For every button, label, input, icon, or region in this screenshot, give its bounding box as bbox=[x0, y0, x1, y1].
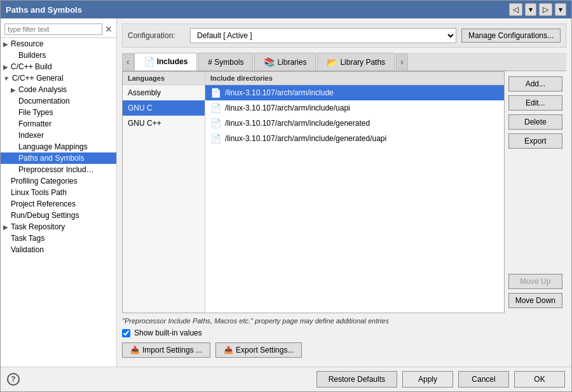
nav-dropdown-btn[interactable]: ▾ bbox=[525, 3, 536, 16]
sidebar-label-run-debug-settings: Run/Debug Settings bbox=[11, 211, 79, 220]
action-buttons: Add... Edit... Delete Export Move Up Mov… bbox=[505, 71, 566, 313]
dir-item-dir2[interactable]: 📄/linux-3.10.107/arch/arm/include/uapi bbox=[205, 100, 504, 116]
move-down-btn[interactable]: Move Down bbox=[508, 293, 562, 308]
bottom-buttons-row: 📥 Import Settings ... 📤 Export Settings.… bbox=[122, 339, 566, 362]
titlebar-nav: ◁ ▾ ▷ ▾ bbox=[509, 3, 566, 16]
tab-icon-libraries: 📚 bbox=[264, 57, 275, 67]
sidebar-label-indexer: Indexer bbox=[18, 131, 44, 140]
filter-input[interactable] bbox=[4, 24, 102, 35]
import-icon: 📥 bbox=[130, 346, 140, 355]
restore-defaults-btn[interactable]: Restore Defaults bbox=[317, 371, 397, 388]
sidebar-item-validation[interactable]: Validation bbox=[1, 244, 116, 255]
sidebar-label-validation: Validation bbox=[11, 245, 44, 254]
languages-header: Languages bbox=[123, 72, 205, 85]
sidebar: ✕ ▶ResourceBuilders▶C/C++ Build▼C/C++ Ge… bbox=[1, 18, 117, 367]
nav-forward-btn[interactable]: ▷ bbox=[539, 3, 552, 16]
sidebar-label-formatter: Formatter bbox=[18, 119, 51, 128]
dir-label-dir4: /linux-3.10.107/arch/arm/include/generat… bbox=[225, 134, 386, 143]
import-label: Import Settings ... bbox=[142, 346, 202, 355]
sidebar-label-documentation: Documentation bbox=[18, 97, 70, 105]
manage-configurations-btn[interactable]: Manage Configurations... bbox=[461, 29, 561, 43]
sidebar-label-paths-and-symbols: Paths and Symbols bbox=[18, 154, 84, 163]
sidebar-item-cpp-general[interactable]: ▼C/C++ General bbox=[1, 72, 116, 84]
sidebar-item-cpp-build[interactable]: ▶C/C++ Build bbox=[1, 61, 116, 72]
sidebar-label-cpp-general: C/C++ General bbox=[12, 74, 64, 83]
help-icon[interactable]: ? bbox=[7, 373, 20, 386]
expand-icon-cpp-build: ▶ bbox=[3, 64, 8, 71]
export-icon: 📤 bbox=[224, 346, 233, 355]
sidebar-item-paths-and-symbols[interactable]: Paths and Symbols bbox=[1, 152, 116, 164]
tab-label-includes: Includes bbox=[157, 57, 188, 66]
sidebar-item-language-mappings[interactable]: Language Mappings bbox=[1, 141, 116, 152]
sidebar-item-profiling-categories[interactable]: Profiling Categories bbox=[1, 175, 116, 187]
tab-includes[interactable]: 📄Includes bbox=[134, 53, 198, 71]
expand-icon-task-repository: ▶ bbox=[3, 224, 8, 231]
dir-item-dir1[interactable]: 📄/linux-3.10.107/arch/arm/include bbox=[205, 85, 504, 100]
tab-icon-library-paths: 📂 bbox=[327, 57, 337, 67]
nav-dropdown2-btn[interactable]: ▾ bbox=[555, 3, 566, 16]
ok-btn[interactable]: OK bbox=[514, 371, 565, 388]
directories-panel: Include directories 📄/linux-3.10.107/arc… bbox=[205, 72, 504, 313]
lang-item-gnu-c[interactable]: GNU C bbox=[123, 100, 205, 116]
edit-btn[interactable]: Edit... bbox=[508, 95, 562, 111]
filter-box: ✕ bbox=[1, 21, 116, 38]
sidebar-item-file-types[interactable]: File Types bbox=[1, 107, 116, 118]
tab-libraries[interactable]: 📚Libraries bbox=[254, 53, 316, 71]
delete-btn[interactable]: Delete bbox=[508, 114, 562, 130]
dir-label-dir1: /linux-3.10.107/arch/arm/include bbox=[225, 88, 334, 97]
sidebar-item-preprocessor-include[interactable]: Preprocessor Includ… bbox=[1, 164, 116, 175]
sidebar-label-preprocessor-include: Preprocessor Includ… bbox=[18, 165, 94, 174]
show-builtin-row: Show built-in values bbox=[122, 327, 566, 339]
sidebar-item-task-repository[interactable]: ▶Task Repository bbox=[1, 221, 116, 233]
sidebar-label-task-repository: Task Repository bbox=[11, 222, 65, 231]
sidebar-item-project-references[interactable]: Project References bbox=[1, 198, 116, 210]
sidebar-label-file-types: File Types bbox=[18, 108, 53, 117]
tabs-row: ‹ 📄Includes# Symbols📚Libraries📂Library P… bbox=[122, 53, 566, 71]
dir-icon-dir4: 📄 bbox=[210, 133, 221, 144]
filter-clear-icon[interactable]: ✕ bbox=[105, 24, 112, 34]
tab-symbols[interactable]: # Symbols bbox=[198, 53, 253, 71]
dialog: Paths and Symbols ◁ ▾ ▷ ▾ ✕ ▶ResourceBui… bbox=[0, 0, 572, 392]
sidebar-item-resource[interactable]: ▶Resource bbox=[1, 38, 116, 50]
config-select[interactable]: Default [ Active ] bbox=[190, 28, 456, 43]
sidebar-item-builders[interactable]: Builders bbox=[1, 50, 116, 61]
dir-item-dir4[interactable]: 📄/linux-3.10.107/arch/arm/include/genera… bbox=[205, 131, 504, 146]
export-btn[interactable]: Export bbox=[508, 133, 562, 149]
sidebar-label-cpp-build: C/C++ Build bbox=[11, 62, 52, 71]
tab-prev-btn[interactable]: ‹ bbox=[122, 53, 134, 70]
show-builtin-checkbox[interactable] bbox=[122, 329, 130, 337]
tabs-container: 📄Includes# Symbols📚Libraries📂Library Pat… bbox=[134, 53, 396, 71]
lang-item-gnu-cpp[interactable]: GNU C++ bbox=[123, 116, 205, 131]
sidebar-label-builders: Builders bbox=[18, 51, 46, 60]
lang-item-assembly[interactable]: Assembly bbox=[123, 85, 205, 100]
sidebar-item-task-tags[interactable]: Task Tags bbox=[1, 233, 116, 244]
apply-btn[interactable]: Apply bbox=[402, 371, 453, 388]
sidebar-label-resource: Resource bbox=[11, 39, 43, 48]
dir-item-dir3[interactable]: 📄/linux-3.10.107/arch/arm/include/genera… bbox=[205, 116, 504, 131]
tab-library-paths[interactable]: 📂Library Paths bbox=[317, 53, 395, 71]
sidebar-item-linux-tools-path[interactable]: Linux Tools Path bbox=[1, 187, 116, 198]
titlebar: Paths and Symbols ◁ ▾ ▷ ▾ bbox=[1, 1, 571, 18]
sidebar-item-documentation[interactable]: Documentation bbox=[1, 95, 116, 107]
import-settings-btn[interactable]: 📥 Import Settings ... bbox=[122, 342, 210, 358]
sidebar-label-code-analysis: Code Analysis bbox=[18, 85, 67, 94]
tab-label-library-paths: Library Paths bbox=[340, 58, 385, 67]
move-up-btn[interactable]: Move Up bbox=[508, 274, 562, 289]
sidebar-label-linux-tools-path: Linux Tools Path bbox=[11, 188, 67, 197]
add-btn[interactable]: Add... bbox=[508, 76, 562, 91]
tab-icon-includes: 📄 bbox=[144, 57, 154, 67]
cancel-btn[interactable]: Cancel bbox=[458, 371, 509, 388]
footer-left: ? bbox=[7, 373, 20, 386]
sidebar-item-indexer[interactable]: Indexer bbox=[1, 130, 116, 141]
nav-back-btn[interactable]: ◁ bbox=[509, 3, 522, 16]
sidebar-item-run-debug-settings[interactable]: Run/Debug Settings bbox=[1, 210, 116, 221]
sidebar-item-code-analysis[interactable]: ▶Code Analysis bbox=[1, 84, 116, 95]
export-settings-btn[interactable]: 📤 Export Settings... bbox=[215, 342, 302, 358]
table-container: Languages AssemblyGNU CGNU C++ Include d… bbox=[122, 71, 505, 313]
dir-label-dir3: /linux-3.10.107/arch/arm/include/generat… bbox=[225, 119, 370, 128]
footer: ? Restore Defaults Apply Cancel OK bbox=[1, 367, 571, 391]
main-panel: Configuration: Default [ Active ] Manage… bbox=[117, 18, 571, 367]
tab-next-btn[interactable]: › bbox=[396, 53, 408, 70]
sidebar-item-formatter[interactable]: Formatter bbox=[1, 118, 116, 130]
directories-header: Include directories bbox=[205, 72, 504, 85]
